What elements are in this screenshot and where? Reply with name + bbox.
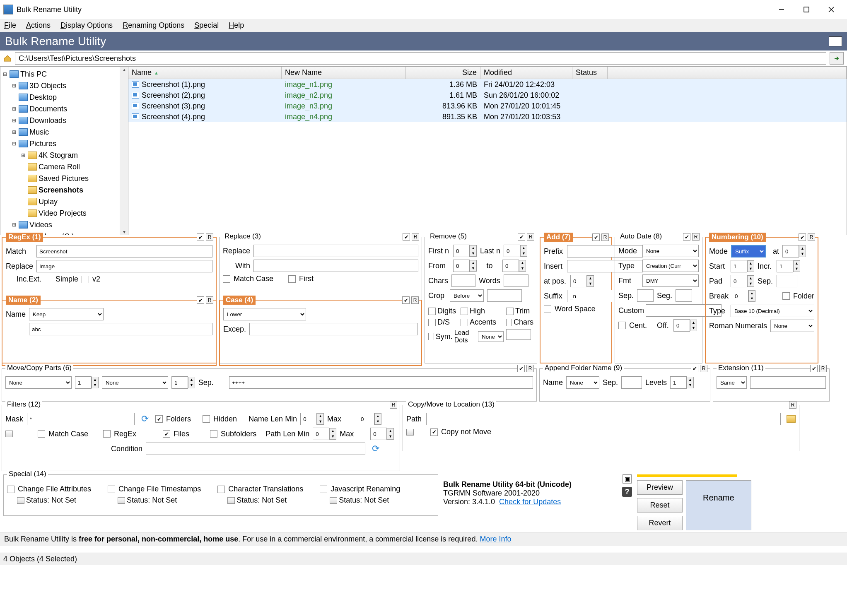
appfolder-sep-input[interactable] [621,376,642,389]
appfolder-select[interactable]: None [566,376,599,389]
tree-item[interactable]: Desktop [0,91,120,103]
appfolder-reset-button[interactable]: R [700,365,707,372]
filters-plmin-input[interactable] [313,428,329,440]
filters-plmax-input[interactable] [370,428,387,440]
table-row[interactable]: Screenshot (4).pngimage_n4.png891.35 KBM… [128,111,847,122]
replace-with-input[interactable] [253,260,418,272]
case-reset-button[interactable]: R [411,296,419,304]
tree-item[interactable]: ⊞4K Stogram [0,149,120,161]
header-status[interactable]: Status [572,67,608,79]
table-row[interactable]: Screenshot (2).pngimage_n2.png1.61 MBSun… [128,90,847,101]
remove-chars-input[interactable] [451,274,475,287]
tree-item[interactable]: ⊞Music [0,126,120,138]
ext-select[interactable]: Same [717,376,747,389]
autodate-type-select[interactable]: Creation (Curr [642,260,699,272]
movecopy-reset-button[interactable]: R [526,365,534,372]
filters-subfolders-checkbox[interactable] [210,430,217,438]
remove-accents-checkbox[interactable] [461,319,468,326]
revert-button[interactable]: Revert [637,516,683,530]
go-button[interactable] [830,52,844,65]
close-button[interactable] [819,1,844,18]
case-select[interactable]: Lower [223,308,306,320]
preview-button[interactable]: Preview [637,480,683,495]
autodate-sep-input[interactable] [637,289,654,302]
remove-reset-button[interactable]: R [527,233,534,241]
tree-scrollbar[interactable]: ▴ ▾ [120,67,128,235]
numbering-at-input[interactable] [782,245,799,257]
remove-high-checkbox[interactable] [461,308,468,315]
remove-crop-select[interactable]: Before [450,289,484,302]
movecopy-v1-input[interactable] [75,376,92,389]
regex-match-input[interactable] [36,245,212,257]
check-updates-link[interactable]: Check for Updates [499,498,561,506]
remove-to-input[interactable] [502,260,519,272]
filters-hidden-checkbox[interactable] [203,415,210,423]
remove-leaddots-select[interactable]: None [478,331,504,342]
browse-folder-icon[interactable] [787,415,796,423]
regex-reset-button[interactable]: R [206,233,213,241]
name-value-input[interactable] [29,323,212,335]
tree-item[interactable]: Saved Pictures [0,173,120,184]
add-reset-button[interactable]: R [601,233,609,241]
numbering-break-input[interactable] [732,290,748,302]
appfolder-enable-checkbox[interactable] [691,365,698,372]
menu-display[interactable]: Display Options [60,21,113,30]
copymove-status-icon[interactable] [406,429,414,436]
name-reset-button[interactable]: R [206,296,213,304]
regex-simple-checkbox[interactable] [45,276,52,283]
replace-reset-button[interactable]: R [412,233,419,241]
add-enable-checkbox[interactable] [592,233,600,241]
reset-button[interactable]: Reset [637,498,683,513]
numbering-type-select[interactable]: Base 10 (Decimal) [731,305,814,317]
numbering-mode-select[interactable]: Suffix [731,245,766,257]
special-cft-checkbox[interactable] [108,486,115,493]
name-select[interactable]: Keep [29,308,104,320]
tree-item[interactable]: Video Projects [0,207,120,219]
regex-v2-checkbox[interactable] [82,276,89,283]
special-ct-checkbox[interactable] [217,486,225,493]
regex-enable-checkbox[interactable] [197,233,204,241]
header-newname[interactable]: New Name [282,67,406,79]
table-row[interactable]: Screenshot (3).pngimage_n3.png813.96 KBM… [128,101,847,111]
ext-reset-button[interactable]: R [819,365,827,372]
settings-small-icon[interactable]: ▣ [623,474,632,484]
numbering-enable-checkbox[interactable] [799,233,806,241]
movecopy-v2-input[interactable] [171,376,188,389]
remove-digits-checkbox[interactable] [428,308,436,315]
numbering-start-input[interactable] [731,260,747,272]
header-modified[interactable]: Modified [480,67,572,79]
numbering-incr-input[interactable] [777,260,793,272]
numbering-pad-input[interactable] [731,275,747,287]
menu-actions[interactable]: Actions [26,21,51,30]
remove-from-input[interactable] [453,260,470,272]
status-icon[interactable] [17,497,24,504]
add-atpos-input[interactable] [570,275,587,287]
autodate-off-input[interactable] [673,319,690,332]
regex-incext-checkbox[interactable] [6,276,13,283]
menu-help[interactable]: Help [229,21,244,30]
autodate-seg-input[interactable] [676,289,692,302]
replace-enable-checkbox[interactable] [403,233,410,241]
filters-matchcase-checkbox[interactable] [38,430,45,438]
tree-item[interactable]: Screenshots [0,184,120,196]
numbering-roman-select[interactable]: None [770,320,814,332]
refresh-condition-icon[interactable]: ⟳ [372,443,379,454]
minimize-button[interactable] [769,1,794,18]
remove-crop-input[interactable] [487,289,522,302]
tree-item[interactable]: ⊞Documents [0,103,120,115]
help-icon[interactable]: ? [622,487,632,497]
filters-condition-input[interactable] [146,443,365,455]
tree-item[interactable]: ⊟Pictures [0,138,120,149]
more-info-link[interactable]: More Info [480,535,511,543]
rename-button[interactable]: Rename [686,480,751,530]
replace-input[interactable] [253,245,418,257]
movecopy-enable-checkbox[interactable] [517,365,525,372]
numbering-folder-checkbox[interactable] [782,292,790,300]
tree-item[interactable]: Uplay [0,196,120,207]
filters-regex-checkbox[interactable] [103,430,111,438]
maximize-button[interactable] [794,1,819,18]
filters-reset-button[interactable]: R [390,401,397,409]
case-enable-checkbox[interactable] [402,296,410,304]
name-enable-checkbox[interactable] [197,296,204,304]
filters-nlmin-input[interactable] [300,413,317,425]
